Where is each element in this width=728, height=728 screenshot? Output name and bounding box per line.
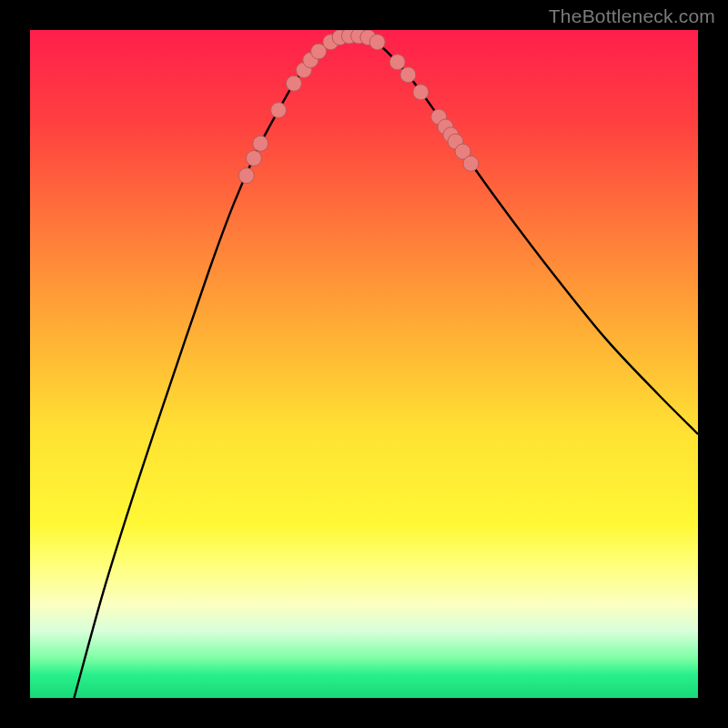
curve-marker <box>463 156 479 171</box>
bottleneck-chart <box>0 0 728 728</box>
curve-marker <box>271 103 287 118</box>
watermark-text: TheBottleneck.com <box>549 5 715 27</box>
curve-marker <box>400 67 416 83</box>
curve-marker <box>413 85 429 100</box>
curve-marker <box>389 55 405 70</box>
chart-container: TheBottleneck.com <box>0 0 728 728</box>
plot-background <box>30 30 698 698</box>
curve-marker <box>286 76 301 91</box>
curve-marker <box>246 150 261 166</box>
curve-marker <box>238 168 254 184</box>
curve-marker <box>369 35 385 50</box>
curve-marker <box>253 136 268 151</box>
